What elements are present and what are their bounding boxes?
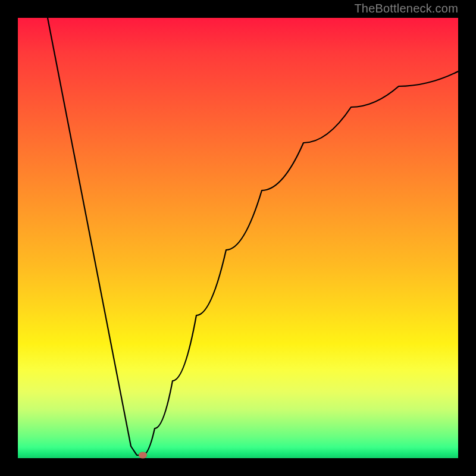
optimal-point-marker (139, 452, 147, 459)
curve-svg (18, 18, 458, 458)
chart-frame: TheBottleneck.com (0, 0, 476, 476)
watermark-text: TheBottleneck.com (354, 2, 458, 15)
plot-area (18, 18, 458, 458)
bottleneck-curve-path (48, 18, 458, 455)
